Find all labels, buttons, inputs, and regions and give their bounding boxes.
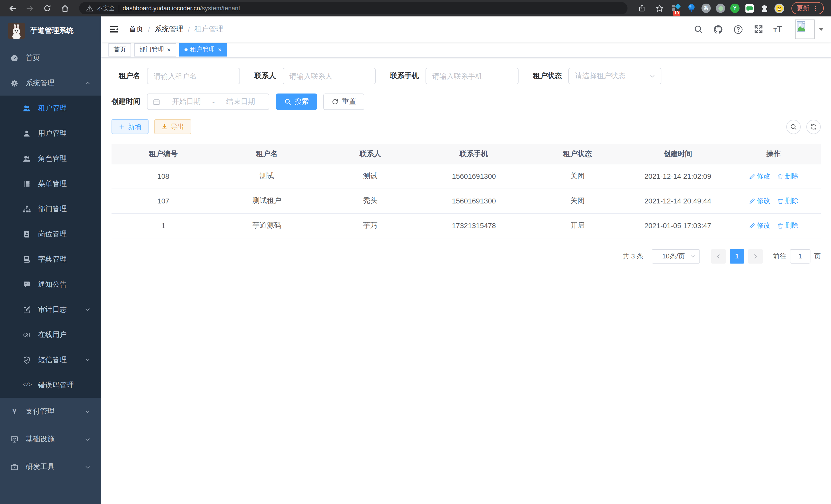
reload-icon[interactable] (40, 2, 55, 15)
profile-avatar-icon[interactable] (774, 3, 784, 13)
header-search-icon[interactable] (693, 24, 704, 34)
bookmark-star-icon[interactable] (652, 2, 666, 15)
help-icon[interactable] (733, 24, 744, 34)
sidebar-group-infra[interactable]: 基础设施 (0, 425, 101, 453)
col-tenant-id: 租户编号 (112, 144, 215, 164)
sidebar-item-audit-log[interactable]: 审计日志 (0, 297, 101, 322)
edit-icon (748, 173, 755, 180)
briefcase-icon (10, 463, 19, 471)
extension-grid-icon[interactable]: 10 (672, 3, 682, 13)
gear-icon (10, 79, 19, 87)
chevron-down-icon (649, 73, 656, 79)
edit-link[interactable]: 修改 (748, 172, 770, 181)
page-size-select[interactable]: 10条/页 (652, 249, 700, 263)
next-page-button[interactable] (748, 249, 763, 263)
total-count: 共 3 条 (623, 251, 643, 261)
delete-link[interactable]: 删除 (777, 221, 798, 230)
sidebar-item-notice[interactable]: 通知公告 (0, 272, 101, 297)
sidebar-group-devtools[interactable]: 研发工具 (0, 453, 101, 481)
github-icon[interactable] (713, 24, 724, 34)
status-select[interactable]: 请选择租户状态 (568, 68, 661, 84)
calendar-icon (153, 98, 160, 106)
sidebar-item-post[interactable]: 岗位管理 (0, 221, 101, 246)
browser-update-button[interactable]: 更新 ⋮ (792, 2, 824, 14)
refresh-table-button[interactable] (806, 119, 821, 134)
browser-menu-icon[interactable]: ⋮ (812, 5, 819, 12)
page-url[interactable]: dashboard.yudao.iocoder.cn/system/tenant (122, 5, 240, 12)
comment-icon (23, 280, 31, 289)
home-icon[interactable] (58, 2, 72, 15)
sidebar-logo-row[interactable]: 芋道管理系统 (0, 17, 101, 45)
font-size-icon[interactable]: TT (773, 24, 782, 34)
sidebar-item-menu[interactable]: 菜单管理 (0, 171, 101, 196)
not-secure-warning-icon[interactable] (85, 2, 93, 15)
sidebar-item-home[interactable]: 首页 (0, 45, 101, 70)
user-avatar-dropdown[interactable] (795, 20, 824, 39)
extension-dot-icon[interactable] (716, 4, 725, 13)
sitemap-icon (23, 205, 31, 213)
chevron-down-icon (84, 306, 91, 313)
sidebar-item-error-code[interactable]: </> 错误码管理 (0, 373, 101, 398)
sidebar-item-sms[interactable]: 短信管理 (0, 347, 101, 373)
status-value: 关闭 (526, 164, 629, 188)
extension-command-icon[interactable]: ⌘ (701, 4, 711, 13)
sidebar-item-tenant[interactable]: 租户管理 (0, 95, 101, 121)
col-contact: 联系人 (319, 144, 422, 164)
edit-icon (748, 198, 755, 204)
user-icon (23, 129, 31, 138)
add-button[interactable]: 新增 (112, 119, 148, 134)
forward-icon[interactable] (23, 2, 37, 15)
reset-button[interactable]: 重置 (323, 93, 364, 110)
fullscreen-icon[interactable] (753, 24, 764, 34)
mobile-input[interactable] (426, 68, 519, 84)
tab-home[interactable]: 首页 (109, 43, 131, 56)
delete-link[interactable]: 删除 (777, 172, 798, 181)
status-value: 开启 (526, 213, 629, 238)
contact-input[interactable] (283, 68, 376, 84)
extension-y-icon[interactable]: Y (730, 4, 740, 13)
sidebar-group-pay[interactable]: ¥ 支付管理 (0, 398, 101, 425)
contact-label: 联系人 (254, 71, 283, 81)
edit-link[interactable]: 修改 (748, 196, 770, 206)
end-date-placeholder: 结束日期 (218, 97, 264, 106)
extensions-puzzle-icon[interactable] (760, 3, 769, 13)
delete-link[interactable]: 删除 (777, 196, 798, 206)
sidebar-item-dict[interactable]: 字典管理 (0, 246, 101, 272)
sidebar-item-online-users[interactable]: 在线用户 (0, 322, 101, 347)
edit-link[interactable]: 修改 (748, 221, 770, 230)
share-icon[interactable] (635, 2, 649, 15)
sidebar-item-role[interactable]: 角色管理 (0, 146, 101, 171)
filter-row-2: 创建时间 开始日期 - 结束日期 (112, 93, 821, 110)
search-button[interactable]: 搜索 (276, 93, 317, 110)
extension-balloon-icon[interactable] (687, 3, 696, 13)
address-bar[interactable]: 不安全 dashboard.yudao.iocoder.cn/system/te… (79, 2, 628, 14)
breadcrumb-home[interactable]: 首页 (129, 25, 143, 34)
breadcrumb-system[interactable]: 系统管理 (154, 25, 183, 34)
pagination: 共 3 条 10条/页 1 前往 (112, 249, 821, 263)
table-row: 108 测试 测试 15601691300 关闭 2021-12-14 21:0… (112, 164, 821, 188)
tab-tenant[interactable]: 租户管理 × (179, 43, 227, 56)
tenant-name-input[interactable] (147, 68, 240, 84)
sidebar-group-system[interactable]: 系统管理 (0, 70, 101, 95)
back-icon[interactable] (5, 2, 20, 15)
security-label[interactable]: 不安全 (97, 4, 115, 12)
col-tenant-name: 租户名 (215, 144, 319, 164)
toggle-search-button[interactable] (786, 119, 801, 134)
goto-page-input[interactable] (790, 249, 810, 263)
tab-dept[interactable]: 部门管理 × (134, 43, 176, 56)
extension-chat-icon[interactable] (745, 3, 754, 13)
goto-label: 前往 (773, 251, 786, 261)
sidebar-item-dept[interactable]: 部门管理 (0, 196, 101, 221)
navbar: 首页 / 系统管理 / 租户管理 (101, 17, 831, 42)
date-range-picker[interactable]: 开始日期 - 结束日期 (147, 93, 269, 110)
sidebar-toggle-icon[interactable] (101, 17, 127, 42)
close-icon[interactable]: × (167, 47, 171, 53)
extension-badge: 10 (673, 10, 680, 16)
page-number-1[interactable]: 1 (730, 249, 744, 263)
prev-page-button[interactable] (711, 249, 726, 263)
close-icon[interactable]: × (218, 47, 222, 53)
browser-toolbar: 不安全 dashboard.yudao.iocoder.cn/system/te… (0, 0, 831, 17)
export-button[interactable]: 导出 (154, 119, 191, 134)
sidebar-item-user[interactable]: 用户管理 (0, 121, 101, 146)
screen: 不安全 dashboard.yudao.iocoder.cn/system/te… (0, 0, 831, 504)
